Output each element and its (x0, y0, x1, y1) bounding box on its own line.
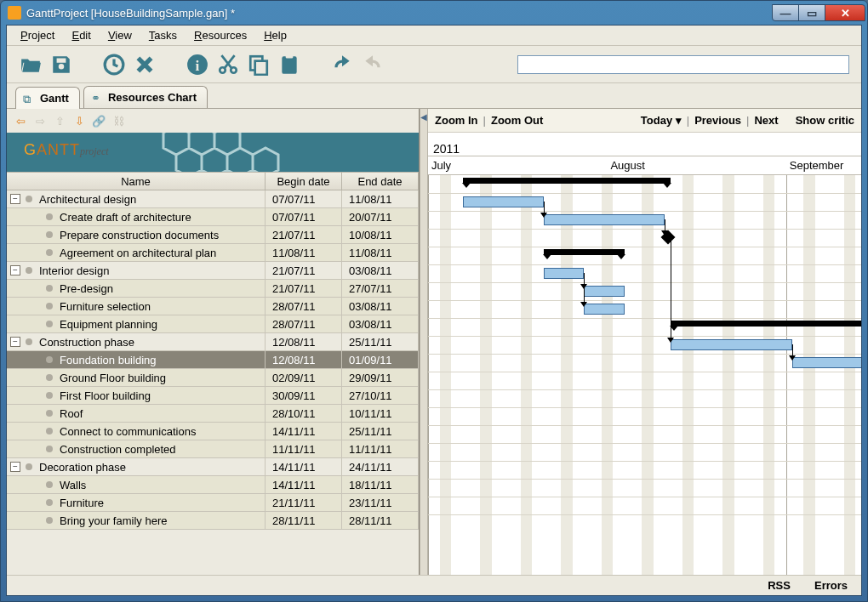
menu-help[interactable]: Help (255, 27, 295, 43)
zoom-out-button[interactable]: Zoom Out (491, 114, 543, 127)
task-name: Pre-design (60, 282, 113, 295)
task-end: 23/11/11 (342, 494, 419, 511)
table-row[interactable]: Bring your family here28/11/1128/11/11 (7, 512, 419, 530)
status-errors[interactable]: Errors (814, 579, 848, 592)
split-pane: ⇦ ⇨ ⇧ ⇩ 🔗 ⛓ GANTTproject Name Begin date… (7, 109, 861, 575)
svg-rect-8 (286, 54, 294, 58)
nav-toolbar: ⇦ ⇨ ⇧ ⇩ 🔗 ⛓ (7, 109, 419, 133)
search-input[interactable] (517, 55, 849, 74)
table-row[interactable]: Pre-design21/07/1127/07/11 (7, 280, 419, 298)
col-name[interactable]: Name (7, 173, 266, 190)
col-begin[interactable]: Begin date (266, 173, 342, 190)
summary-bar[interactable] (544, 249, 625, 255)
task-end: 28/11/11 (342, 512, 419, 529)
table-row[interactable]: Connect to communications14/11/1125/11/1… (7, 423, 419, 440)
col-end[interactable]: End date (342, 173, 419, 190)
bullet-icon (46, 481, 53, 488)
logo-banner: GANTTproject (7, 133, 419, 172)
table-row[interactable]: Ground Floor building02/09/1129/09/11 (7, 369, 419, 387)
delete-icon[interactable] (133, 53, 157, 77)
nav-forward-icon[interactable]: ⇨ (31, 112, 49, 129)
undo-icon[interactable] (330, 53, 354, 77)
status-rss[interactable]: RSS (768, 579, 791, 592)
previous-button[interactable]: Previous (694, 114, 741, 127)
bullet-icon (46, 446, 53, 452)
task-begin: 12/08/11 (266, 351, 342, 368)
bullet-icon (46, 249, 53, 256)
tab-gantt[interactable]: ⧉ Gantt (15, 87, 80, 109)
menu-view[interactable]: View (100, 27, 140, 43)
table-row[interactable]: Walls14/11/1118/11/11 (7, 476, 419, 494)
clock-icon[interactable] (102, 53, 126, 77)
task-begin: 14/11/11 (266, 458, 342, 475)
task-end: 03/08/11 (342, 262, 419, 279)
show-critical-button[interactable]: Show critic (796, 114, 854, 127)
table-row[interactable]: Roof28/10/1110/11/11 (7, 405, 419, 423)
svg-rect-6 (255, 60, 267, 74)
cut-icon[interactable] (216, 53, 240, 77)
table-row[interactable]: Furniture21/11/1123/11/11 (7, 494, 419, 512)
table-row[interactable]: Foundation building12/08/1101/09/11 (7, 351, 419, 369)
task-end: 25/11/11 (342, 423, 419, 440)
unlink-icon[interactable]: ⛓ (110, 112, 127, 129)
task-bar[interactable] (463, 196, 544, 207)
save-icon[interactable] (49, 53, 73, 77)
task-bar[interactable] (544, 214, 665, 225)
redo-icon[interactable] (361, 53, 385, 77)
menu-project[interactable]: Project (12, 27, 63, 43)
paste-icon[interactable] (277, 53, 301, 77)
task-name: Connect to communications (60, 425, 196, 438)
expander-icon[interactable]: − (10, 337, 20, 347)
table-row[interactable]: −Architectural design07/07/1111/08/11 (7, 190, 419, 208)
zoom-in-button[interactable]: Zoom In (435, 114, 478, 127)
task-bar[interactable] (671, 339, 792, 350)
task-end: 27/07/11 (342, 280, 419, 297)
menu-tasks[interactable]: Tasks (140, 27, 186, 43)
task-begin: 12/08/11 (266, 333, 342, 350)
task-bar[interactable] (584, 304, 625, 315)
table-row[interactable]: −Interior design21/07/1103/08/11 (7, 262, 419, 280)
nav-back-icon[interactable]: ⇦ (12, 112, 29, 129)
table-row[interactable]: Create draft of architecture07/07/1120/0… (7, 208, 419, 226)
table-row[interactable]: Construction completed11/11/1111/11/11 (7, 440, 419, 458)
task-bar[interactable] (544, 268, 585, 279)
link-icon[interactable]: 🔗 (90, 112, 107, 129)
info-icon[interactable]: i (186, 53, 209, 77)
expander-icon[interactable]: − (10, 194, 20, 204)
today-button[interactable]: Today ▾ (641, 114, 682, 127)
maximize-button[interactable]: ▭ (798, 4, 825, 21)
task-name: Bring your family here (60, 514, 167, 527)
minimize-button[interactable]: — (772, 4, 799, 21)
copy-icon[interactable] (247, 53, 271, 77)
summary-bar[interactable] (463, 178, 671, 184)
task-end: 24/11/11 (342, 458, 419, 475)
gantt-chart[interactable] (428, 175, 861, 575)
table-row[interactable]: First Floor building30/09/1127/10/11 (7, 387, 419, 405)
menu-resources[interactable]: Resources (186, 27, 255, 43)
table-row[interactable]: −Decoration phase14/11/1124/11/11 (7, 458, 419, 476)
task-name: Create draft of architecture (60, 211, 191, 224)
menu-edit[interactable]: Edit (63, 27, 99, 43)
expander-icon[interactable]: − (10, 265, 20, 275)
tab-resources[interactable]: ⚭ Resources Chart (83, 86, 208, 108)
table-row[interactable]: Prepare construction documents21/07/1110… (7, 226, 419, 244)
table-row[interactable]: Equipment planning28/07/1103/08/11 (7, 315, 419, 333)
table-row[interactable]: Furniture selection28/07/1103/08/11 (7, 298, 419, 315)
close-button[interactable]: ✕ (825, 4, 865, 21)
titlebar[interactable]: GanttProject [HouseBuildingSample.gan] *… (1, 1, 867, 25)
nav-down-icon[interactable]: ⇩ (71, 112, 88, 129)
table-row[interactable]: −Construction phase12/08/1125/11/11 (7, 333, 419, 351)
task-begin: 21/07/11 (266, 262, 342, 279)
bullet-icon (46, 321, 53, 327)
open-icon[interactable] (19, 53, 43, 77)
expander-icon[interactable]: − (10, 462, 20, 472)
summary-bar[interactable] (671, 321, 861, 327)
splitter[interactable]: ◀ (420, 109, 428, 575)
task-bar[interactable] (584, 286, 625, 297)
nav-up-icon[interactable]: ⇧ (51, 112, 68, 129)
next-button[interactable]: Next (754, 114, 778, 127)
table-row[interactable]: Agreement on architectural plan11/08/111… (7, 244, 419, 262)
task-bar[interactable] (792, 357, 861, 368)
task-end: 11/08/11 (342, 244, 419, 261)
menubar: Project Edit View Tasks Resources Help (7, 26, 861, 46)
